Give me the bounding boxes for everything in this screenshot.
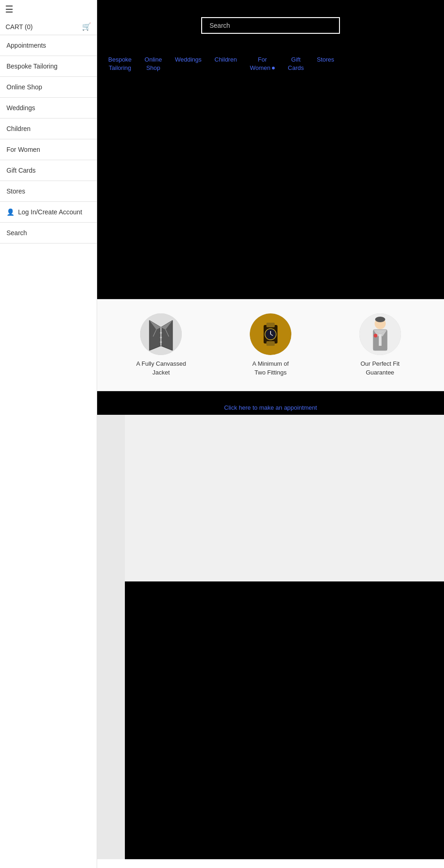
sidebar-search-label: Search: [6, 229, 27, 237]
cart-bar[interactable]: CART (0) 🛒: [0, 19, 97, 35]
appointment-link-text: Click here to make an appointment: [224, 404, 317, 411]
top-nav-for-women[interactable]: ForWomen: [243, 56, 281, 72]
feature-perfect-fit: Our Perfect FitGuarantee: [334, 313, 426, 376]
sidebar-item-weddings[interactable]: Weddings: [0, 98, 97, 119]
svg-point-7: [160, 332, 162, 334]
svg-rect-13: [266, 341, 275, 346]
canvassed-jacket-icon: [140, 313, 182, 355]
bespoke-images: [97, 415, 444, 581]
sidebar-toggle-button[interactable]: ☰: [0, 0, 18, 19]
sidebar: ☰ CART (0) 🛒 Appointments Bespoke Tailor…: [0, 0, 97, 868]
bespoke-image-right: [125, 415, 444, 581]
perfect-fit-icon: [359, 313, 401, 355]
svg-point-9: [160, 341, 162, 343]
svg-point-24: [375, 317, 385, 322]
svg-rect-22: [379, 334, 382, 346]
login-label: Log In/Create Account: [18, 208, 82, 216]
sidebar-item-stores[interactable]: Stores: [0, 181, 97, 202]
bottom-section: [97, 720, 444, 859]
lower-section: [97, 581, 444, 720]
bottom-black-area: [125, 720, 444, 859]
sidebar-item-gift-cards[interactable]: Gift Cards: [0, 160, 97, 181]
sidebar-item-appointments[interactable]: Appointments: [0, 35, 97, 56]
bottom-image-strip: [97, 720, 125, 859]
sidebar-link-appointments[interactable]: Appointments: [0, 35, 97, 56]
svg-point-8: [160, 337, 162, 338]
sidebar-item-children[interactable]: Children: [0, 119, 97, 139]
canvassed-jacket-label: A Fully CanvassedJacket: [136, 360, 186, 376]
top-nav-bespoke[interactable]: BespokeTailoring: [102, 56, 138, 72]
perfect-fit-label: Our Perfect FitGuarantee: [360, 360, 400, 376]
top-nav-gift-cards[interactable]: GiftCards: [281, 56, 310, 72]
sidebar-link-gift-cards[interactable]: Gift Cards: [0, 160, 97, 181]
feature-canvassed-jacket: A Fully CanvassedJacket: [115, 313, 207, 376]
sidebar-link-stores[interactable]: Stores: [0, 181, 97, 201]
sidebar-nav: Appointments Bespoke Tailoring Online Sh…: [0, 35, 97, 202]
svg-point-25: [374, 334, 377, 337]
two-fittings-icon: [250, 313, 291, 355]
cart-icon: 🛒: [82, 22, 91, 31]
main-content: BespokeTailoring OnlineShop Weddings Chi…: [97, 0, 444, 868]
bespoke-image-left: [97, 415, 125, 581]
sidebar-item-online-shop[interactable]: Online Shop: [0, 77, 97, 98]
login-create-account[interactable]: 👤 Log In/Create Account: [0, 202, 97, 223]
two-fittings-label: A Minimum ofTwo Fittings: [253, 360, 289, 376]
top-nav-stores[interactable]: Stores: [310, 56, 341, 64]
svg-rect-12: [266, 323, 275, 327]
lower-black-area: [125, 581, 444, 720]
top-nav-online-shop[interactable]: OnlineShop: [138, 56, 169, 72]
bespoke-section: Click here to make an appointment: [97, 391, 444, 581]
top-nav-children[interactable]: Children: [208, 56, 243, 64]
sidebar-link-for-women[interactable]: For Women: [0, 139, 97, 160]
sidebar-item-bespoke-tailoring[interactable]: Bespoke Tailoring: [0, 56, 97, 77]
features-row: A Fully CanvassedJacket A Minimum ofTwo …: [97, 299, 444, 391]
sidebar-link-online-shop[interactable]: Online Shop: [0, 77, 97, 97]
sidebar-item-for-women[interactable]: For Women: [0, 139, 97, 160]
sidebar-link-children[interactable]: Children: [0, 119, 97, 139]
user-icon: 👤: [6, 208, 14, 216]
lower-image-left: [97, 581, 125, 720]
top-nav: BespokeTailoring OnlineShop Weddings Chi…: [97, 51, 444, 77]
appointment-link[interactable]: Click here to make an appointment: [97, 400, 444, 415]
top-nav-weddings[interactable]: Weddings: [168, 56, 208, 64]
sidebar-link-bespoke-tailoring[interactable]: Bespoke Tailoring: [0, 56, 97, 76]
hero-section: [97, 77, 444, 299]
search-bar-container: [97, 0, 444, 51]
search-input[interactable]: [201, 17, 340, 34]
sidebar-link-weddings[interactable]: Weddings: [0, 98, 97, 118]
feature-two-fittings: A Minimum ofTwo Fittings: [224, 313, 317, 376]
cart-label: CART (0): [6, 23, 33, 31]
hamburger-icon: ☰: [5, 4, 13, 15]
sidebar-search[interactable]: Search: [0, 223, 97, 244]
